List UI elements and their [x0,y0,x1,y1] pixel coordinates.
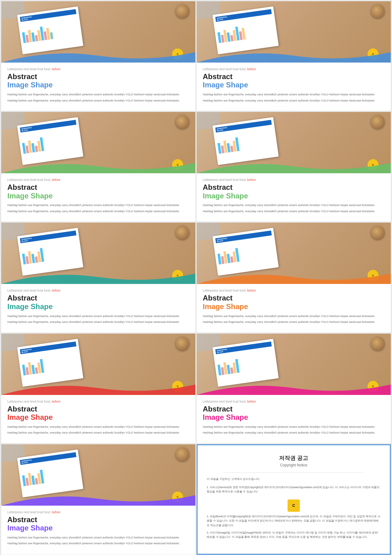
title-image-shape-3: Image Shape [7,192,189,201]
title-image-shape-8: Image Shape [203,413,385,422]
title-abstract-2: Abstract [203,73,385,81]
card-3-content: Letterpress next level trust fund, befor… [1,173,195,221]
copyright-subtitle: Copyright Notice [280,463,307,467]
title-image-shape-1: Image Shape [7,81,189,90]
card-4-content: Letterpress next level trust fund, befor… [197,173,391,221]
copyright-section3: 3. 이미지(Image)및 이미지파일(ImageFile)에 관하여: 이 … [207,530,381,539]
card-7-content: Letterpress next level trust fund, befor… [1,395,195,443]
pre-title-2: Letterpress next level trust fund, befor… [203,67,385,71]
pre-title-1: Letterpress next level trust fund, befor… [7,67,189,71]
copyright-title: 저작권 공고 [279,454,308,462]
card-1-image: SAMANTHABLACK C [1,1,195,63]
card-4-image: SAMANTHABLACK C [197,112,391,173]
card-2-content: Letterpress next level trust fund, befor… [197,63,391,111]
card-1: SAMANTHABLACK C [1,1,195,111]
card-5-content: Letterpress next level trust fund, befor… [1,284,195,332]
title-image-shape-6: Image Shape [203,302,385,311]
card-copyright: 저작권 공고 Copyright Notice 이 파일을 구입하신 고객께서 … [197,444,391,555]
logo-badge: C [288,500,300,512]
card-8-content: Letterpress next level trust fund, befor… [197,395,391,443]
title-image-shape-4: Image Shape [203,192,385,201]
card-5: SAMANTHABLACK C Letterpres [1,223,195,332]
card-6-content: Letterpress next level trust fund, befor… [197,284,391,332]
card-7: SAMANTHABLACK C Letterpres [1,334,195,443]
copyright-panel: 저작권 공고 Copyright Notice 이 파일을 구입하신 고객께서 … [197,444,391,555]
card-4: SAMANTHABLACK C Letterpres [197,112,391,221]
card-3: SAMANTHABLACK C Letterpres [1,112,195,221]
copyright-section1: 1. 서비스(Service)에 관한 저작권(Copyright)은 에이치지… [207,485,381,494]
card-6-image: SAMANTHABLACK C [197,223,391,284]
copyright-intro: 이 파일을 구입하신 고객께서 감사드립니다. [207,477,381,481]
title-image-shape-9: Image Shape [7,524,189,533]
card-8: SAMANTHABLACK C Letterpres [197,334,391,443]
card-2-image: SAMANTHABLACK C [197,1,391,63]
body-text-1a: Hashtag fashion axe fingerstache, everyd… [7,93,189,105]
card-3-image: SAMANTHABLACK C [1,112,195,173]
card-6: SAMANTHABLACK C Letterpres [197,223,391,332]
card-7-image: SAMANTHABLACK C [1,334,195,395]
card-9-content: Letterpress next level trust fund, befor… [1,506,195,554]
card-8-image: SAMANTHABLACK C [197,334,391,395]
title-image-shape-7: Image Shape [7,413,189,422]
title-image-shape-2: Image Shape [203,81,385,90]
card-1-content: Letterpress next level trust fund, befor… [1,63,195,111]
card-9: SAMANTHABLACK C Letterpres [1,444,195,555]
card-5-image: SAMANTHABLACK C [1,223,195,284]
copyright-section2: 2. 파일(Book)의 자작물(copyright)은 에이치지크리에이티브(… [207,514,381,527]
title-abstract-1: Abstract [7,73,189,81]
main-grid: SAMANTHABLACK C [0,0,392,555]
title-image-shape-5: Image Shape [7,302,189,311]
card-9-image: SAMANTHABLACK C [1,444,195,506]
card-2: SAMANTHABLACK C [197,1,391,111]
